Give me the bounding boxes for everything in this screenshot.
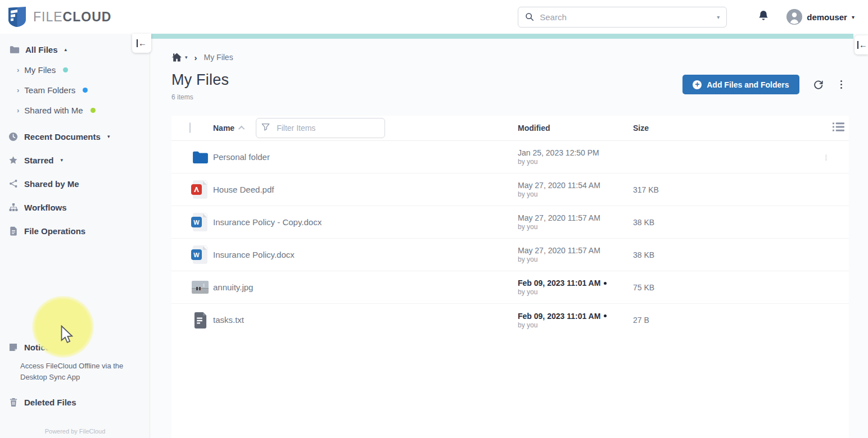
sidebar-item-label: Team Folders <box>24 85 75 95</box>
caret-up-icon: ▴ <box>57 344 60 350</box>
user-menu[interactable]: demouser ▾ <box>786 9 855 25</box>
list-view-icon <box>833 122 844 132</box>
workflow-icon <box>8 203 19 212</box>
modified-date: Feb 09, 2023 11:01 AM <box>518 312 600 321</box>
more-options-button[interactable] <box>837 78 846 92</box>
file-name[interactable]: House Deed.pdf <box>213 185 274 194</box>
sidebar-item-label: Recent Documents <box>24 132 101 142</box>
notice-text: Access FileCloud Offline via the Desktop… <box>20 361 140 383</box>
title-actions: + Add Files and Folders <box>682 75 846 94</box>
filter-field <box>256 118 385 138</box>
item-count: 6 items <box>171 93 229 101</box>
file-name[interactable]: tasks.txt <box>213 315 244 325</box>
avatar <box>786 9 802 25</box>
recent-change-dot <box>604 314 607 317</box>
image-thumbnail <box>192 281 209 294</box>
filecloud-shield-icon <box>8 6 26 28</box>
word-badge-icon: W <box>191 249 202 260</box>
sidebar-item-my-files[interactable]: › My Files <box>0 60 150 80</box>
search-icon <box>525 12 534 21</box>
list-view-toggle[interactable] <box>833 122 844 134</box>
info-icon[interactable]: i <box>825 154 827 161</box>
home-icon <box>171 52 182 62</box>
filter-funnel-icon <box>261 123 270 131</box>
file-type-icon: W <box>187 281 213 294</box>
title-row: My Files 6 items + Add Files and Folders <box>171 71 868 101</box>
modified-by: by you <box>518 256 633 263</box>
right-panel-collapse-button[interactable]: ← <box>855 35 868 54</box>
sidebar-collapse-button[interactable]: ← <box>132 34 151 53</box>
modified-by: by you <box>518 321 633 329</box>
modified-date: May 27, 2020 11:57 AM <box>518 246 600 255</box>
status-dot <box>83 88 88 93</box>
file-name[interactable]: annuity.jpg <box>213 282 253 292</box>
sidebar-item-label: My Files <box>24 65 56 75</box>
sidebar-bottom: Notice ▴ Access FileCloud Offline via th… <box>0 339 150 438</box>
sidebar-item-shared-by-me[interactable]: Shared by Me <box>0 172 150 195</box>
file-name[interactable]: Insurance Policy - Copy.docx <box>213 217 322 227</box>
column-header-size[interactable]: Size <box>633 124 649 133</box>
modified-by: by you <box>518 190 633 198</box>
column-header-modified[interactable]: Modified <box>518 124 550 133</box>
search-scope-caret-icon[interactable]: ▾ <box>717 14 720 20</box>
breadcrumb-home[interactable]: ▾ <box>171 52 188 62</box>
file-type-icon: W <box>187 312 213 328</box>
sidebar-item-notice[interactable]: Notice ▴ <box>0 339 150 355</box>
file-name[interactable]: Personal folder <box>213 152 270 162</box>
sidebar-item-label: Workflows <box>24 203 67 212</box>
global-search: ▾ <box>518 7 727 28</box>
search-input[interactable] <box>540 12 711 22</box>
chevron-right-icon: › <box>17 66 19 74</box>
breadcrumb-current: My Files <box>204 53 233 62</box>
sidebar-item-label: Deleted Files <box>24 398 76 407</box>
sidebar-item-workflows[interactable]: Workflows <box>0 195 150 219</box>
add-files-button[interactable]: + Add Files and Folders <box>682 75 799 94</box>
sidebar-item-recent-documents[interactable]: Recent Documents ▾ <box>0 125 150 148</box>
sidebar-item-all-files[interactable]: All Files ▴ <box>0 39 150 60</box>
powered-by: Powered by FileCloud <box>0 413 150 438</box>
pdf-badge-icon <box>191 184 202 195</box>
file-size: 27 B <box>633 316 649 325</box>
filter-input[interactable] <box>256 118 385 138</box>
table-row[interactable]: W annuity.jpg Feb 09, 2023 11:01 AM by y… <box>171 271 849 304</box>
file-type-icon: W <box>187 150 213 163</box>
sidebar-item-label: Shared with Me <box>24 106 83 115</box>
sort-ascending-icon[interactable] <box>238 126 245 132</box>
notifications-bell-icon[interactable] <box>758 10 768 24</box>
header-right: demouser ▾ <box>758 9 855 25</box>
sidebar-item-deleted-files[interactable]: Deleted Files <box>0 391 150 413</box>
sidebar-item-team-folders[interactable]: › Team Folders <box>0 80 150 100</box>
file-type-icon: W <box>187 181 213 198</box>
table-row[interactable]: W Insurance Policy - Copy.docx May 27, 2… <box>171 206 849 239</box>
table-header: Name Modified Size <box>171 116 849 141</box>
modified-date: May 27, 2020 11:54 AM <box>518 181 600 190</box>
sidebar-item-shared-with-me[interactable]: › Shared with Me <box>0 100 150 120</box>
table-row[interactable]: W Personal folder Jan 25, 2023 12:50 PM … <box>171 141 849 174</box>
sidebar-item-starred[interactable]: Starred ▾ <box>0 148 150 172</box>
folder-icon <box>192 150 209 163</box>
pdf-file-icon <box>193 181 207 198</box>
table-row[interactable]: W House Deed.pdf May 27, 2020 11:54 AM b… <box>171 174 849 206</box>
word-file-icon: W <box>193 246 207 263</box>
filecloud-logo[interactable]: FILECLOUD <box>8 6 111 28</box>
table-row[interactable]: W tasks.txt Feb 09, 2023 11:01 AM by you… <box>171 304 849 336</box>
loading-bar <box>150 34 853 39</box>
main-panel: ← ▾ › My Files My Files 6 items <box>150 34 868 438</box>
modified-date: Feb 09, 2023 11:01 AM <box>518 279 600 288</box>
file-type-icon: W <box>187 246 213 263</box>
sidebar: ← All Files ▴ › My Files › Team Folders <box>0 34 150 438</box>
file-name[interactable]: Insurance Policy.docx <box>213 250 295 259</box>
word-badge-icon: W <box>191 217 202 227</box>
column-header-name[interactable]: Name <box>213 124 234 133</box>
sidebar-item-label: Notice <box>24 343 50 352</box>
add-files-button-label: Add Files and Folders <box>707 80 789 89</box>
folder-icon <box>9 45 20 54</box>
refresh-button[interactable] <box>811 77 826 92</box>
chevron-right-icon: › <box>17 86 19 94</box>
table-row[interactable]: W Insurance Policy.docx May 27, 2020 11:… <box>171 239 849 271</box>
select-all-checkbox[interactable] <box>189 122 191 133</box>
file-size: 38 KB <box>633 250 654 259</box>
sidebar-item-file-operations[interactable]: File Operations <box>0 219 150 243</box>
modified-by: by you <box>518 288 633 296</box>
caret-down-icon: ▾ <box>61 157 64 163</box>
